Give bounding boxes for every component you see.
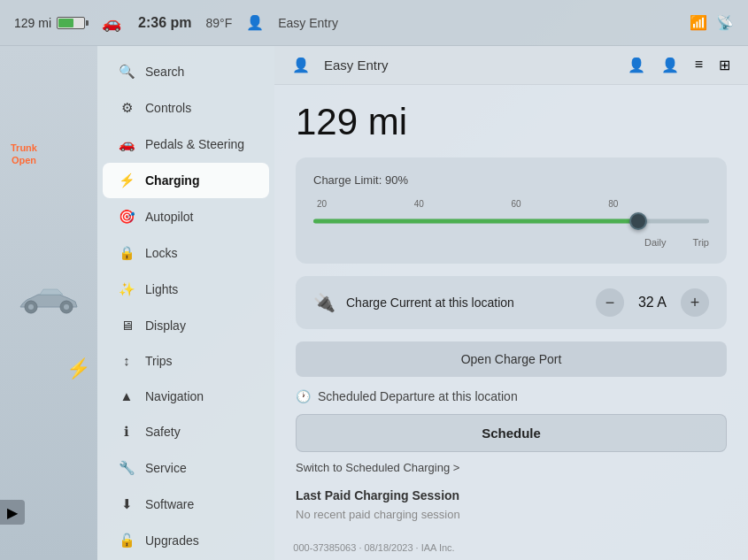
tick-60: 60 xyxy=(512,199,521,209)
sidebar-item-display[interactable]: 🖥 Display xyxy=(103,308,269,342)
battery-info: 129 mi xyxy=(14,16,85,30)
svg-point-3 xyxy=(64,304,69,310)
autopilot-icon: 🎯 xyxy=(119,209,135,225)
charge-current-value: 32 A xyxy=(638,295,667,311)
signal-icon: 📡 xyxy=(716,14,734,31)
main-person-icon: 👤 xyxy=(292,57,310,73)
controls-label: Controls xyxy=(145,101,191,115)
sidebar-nav: 🔍 Search ⚙ Controls 🚗 Pedals & Steering … xyxy=(97,46,274,560)
charge-limit-card: Charge Limit: 90% 20 40 60 80 Daily Trip xyxy=(296,157,727,264)
switch-to-scheduled-link[interactable]: Switch to Scheduled Charging > xyxy=(296,461,727,474)
increment-charge-button[interactable]: + xyxy=(681,288,709,317)
car-status-icon: 🚗 xyxy=(99,14,124,32)
list-icon[interactable]: ≡ xyxy=(695,57,703,73)
safety-icon: ℹ xyxy=(119,424,135,440)
sidebar-item-controls[interactable]: ⚙ Controls xyxy=(103,90,269,126)
status-bar-right: 📶 📡 xyxy=(690,14,734,31)
daily-label: Daily xyxy=(644,237,666,248)
charge-current-card: 🔌 Charge Current at this location − 32 A… xyxy=(296,276,727,329)
mileage-display: 129 mi xyxy=(14,16,51,30)
trips-label: Trips xyxy=(145,354,173,368)
software-label: Software xyxy=(145,497,194,511)
slider-thumb[interactable] xyxy=(629,212,647,230)
pedals-label: Pedals & Steering xyxy=(145,137,244,151)
display-label: Display xyxy=(145,318,186,333)
lights-label: Lights xyxy=(145,282,178,296)
sidebar-search[interactable]: 🔍 Search xyxy=(103,54,269,89)
locks-icon: 🔒 xyxy=(119,245,135,261)
pedals-icon: 🚗 xyxy=(119,136,135,152)
sidebar-item-autopilot[interactable]: 🎯 Autopilot xyxy=(103,199,269,234)
software-icon: ⬇ xyxy=(119,496,135,512)
upgrades-label: Upgrades xyxy=(145,533,199,548)
safety-label: Safety xyxy=(145,425,181,439)
top-nav-icons: 👤 👤 ≡ ⊞ xyxy=(628,57,730,73)
service-label: Service xyxy=(145,461,187,475)
main-content: 👤 Easy Entry 👤 👤 ≡ ⊞ 129 mi Charge Limit… xyxy=(274,46,748,560)
schedule-button[interactable]: Schedule xyxy=(296,414,727,452)
sidebar-item-charging[interactable]: ⚡ Charging xyxy=(103,163,269,198)
sidebar-item-upgrades[interactable]: 🔓 Upgrades xyxy=(103,523,269,558)
slider-sub-labels: Daily Trip xyxy=(313,237,709,248)
time-display: 2:36 pm xyxy=(138,15,191,31)
status-bar: 129 mi 🚗 2:36 pm 89°F 👤 Easy Entry 📶 📡 xyxy=(0,0,748,46)
slider-track xyxy=(313,219,709,224)
trips-icon: ↕ xyxy=(119,353,135,368)
sidebar-item-service[interactable]: 🔧 Service xyxy=(103,450,269,486)
sidebar-item-lights[interactable]: ✨ Lights xyxy=(103,272,269,307)
charge-current-controls: − 32 A + xyxy=(596,288,709,317)
sidebar-item-trips[interactable]: ↕ Trips xyxy=(103,343,269,378)
sidebar-item-pedals-steering[interactable]: 🚗 Pedals & Steering xyxy=(103,127,269,162)
charge-limit-label: Charge Limit: 90% xyxy=(313,173,709,187)
decrement-charge-button[interactable]: − xyxy=(596,288,624,317)
slider-fill xyxy=(313,219,638,224)
plug-icon: 🔌 xyxy=(313,292,335,313)
slider-ticks: 20 40 60 80 xyxy=(313,199,709,209)
person-icon-1[interactable]: 👤 xyxy=(628,57,645,73)
sidebar-item-safety[interactable]: ℹ Safety xyxy=(103,414,269,449)
charge-current-title: Charge Current at this location xyxy=(346,295,585,311)
navigation-icon: ▲ xyxy=(119,388,135,403)
autopilot-label: Autopilot xyxy=(145,210,193,224)
charge-current-info: Charge Current at this location xyxy=(346,295,585,311)
svg-point-1 xyxy=(28,304,34,310)
person-icon-2[interactable]: 👤 xyxy=(661,57,679,73)
search-label: Search xyxy=(145,65,184,79)
battery-icon xyxy=(57,17,85,29)
clock-icon: 🕐 xyxy=(296,389,311,403)
last-session-label: Last Paid Charging Session xyxy=(296,488,727,502)
content-body: 129 mi Charge Limit: 90% 20 40 60 80 xyxy=(274,85,748,537)
sidebar-item-software[interactable]: ⬇ Software xyxy=(103,487,269,522)
service-icon: 🔧 xyxy=(119,460,135,476)
sidebar-item-navigation[interactable]: ▲ Navigation xyxy=(103,379,269,413)
scheduled-departure-label: 🕐 Scheduled Departure at this location xyxy=(296,389,727,403)
media-play-button[interactable]: ▶ xyxy=(0,500,25,525)
tick-80: 80 xyxy=(608,199,618,209)
sidebar-item-locks[interactable]: 🔒 Locks xyxy=(103,235,269,271)
display-icon: 🖥 xyxy=(119,318,135,333)
car-area: ⚡ xyxy=(0,46,97,560)
grid-icon[interactable]: ⊞ xyxy=(719,57,730,73)
car-silhouette xyxy=(13,282,84,318)
upgrades-icon: 🔓 xyxy=(119,533,135,548)
trunk-open-indicator: Trunk Open xyxy=(11,142,37,167)
wifi-icon: 📶 xyxy=(690,14,707,31)
temp-display: 89°F xyxy=(206,16,233,30)
locks-label: Locks xyxy=(145,246,178,260)
charge-limit-slider[interactable] xyxy=(313,212,709,230)
main-easy-entry-label: Easy Entry xyxy=(324,58,389,73)
tick-40: 40 xyxy=(414,199,424,209)
main-top-nav: 👤 Easy Entry 👤 👤 ≡ ⊞ xyxy=(274,46,748,85)
no-session-text: No recent paid charging session xyxy=(296,508,727,521)
tick-20: 20 xyxy=(317,199,327,209)
battery-fill xyxy=(58,19,73,27)
open-charge-port-button[interactable]: Open Charge Port xyxy=(296,341,727,377)
charging-label: Charging xyxy=(145,173,199,188)
range-display: 129 mi xyxy=(296,101,727,143)
controls-icon: ⚙ xyxy=(119,100,135,116)
person-icon: 👤 xyxy=(246,14,264,31)
search-icon: 🔍 xyxy=(119,64,135,80)
watermark: 000-37385063 · 08/18/2023 · IAA Inc. xyxy=(293,542,454,553)
car-charging-indicator: ⚡ xyxy=(66,357,90,380)
charging-icon: ⚡ xyxy=(119,173,135,188)
